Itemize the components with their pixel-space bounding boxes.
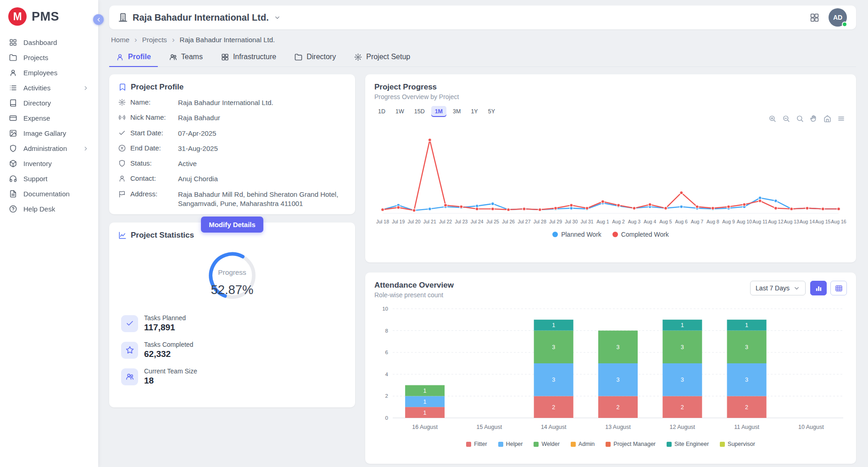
company-selector[interactable]: Raja Bahadur International Ltd. [118,12,281,23]
range-button-5y[interactable]: 5Y [484,106,499,117]
breadcrumb-separator: › [172,36,175,44]
sidebar-item-label: Administration [23,145,67,152]
attendance-bar-chart[interactable]: 024681016 August11115 August14 August233… [374,302,847,440]
flag-icon [118,190,126,198]
range-button-1d[interactable]: 1D [374,106,389,117]
zoom-selection-icon[interactable] [796,115,804,122]
pan-icon[interactable] [810,115,818,122]
sidebar-collapse-button[interactable] [93,14,104,25]
svg-text:3: 3 [745,377,748,383]
range-button-1y[interactable]: 1Y [467,106,481,117]
chevron-right-icon [83,85,89,91]
legend-label: Admin [579,441,595,447]
sidebar-item-label: Employees [23,69,57,77]
sidebar-item-projects[interactable]: Projects [0,50,98,65]
field-label: Name: [130,98,173,106]
range-button-15d[interactable]: 15D [411,106,428,117]
bar-chart-icon [815,284,823,292]
sidebar-item-inventory[interactable]: Inventory [0,156,98,171]
header-actions: AD [810,8,847,27]
modify-details-button[interactable]: Modify Details [201,217,263,233]
sidebar-item-label: Help Desk [23,205,55,213]
chevron-down-icon [793,285,800,292]
stat-tasks-planned: Tasks Planned117,891 [118,310,346,337]
svg-text:Progress: Progress [218,268,246,276]
sidebar-item-employees[interactable]: Employees [0,65,98,80]
bar-chart-legend: FitterHelperWelderAdminProject ManagerSi… [374,441,847,447]
svg-text:Jul 23: Jul 23 [455,219,467,224]
legend-item-admin[interactable]: Admin [571,441,595,447]
profile-field-name: Name:Raja Bahadur International Ltd. [118,98,346,107]
legend-item-welder[interactable]: Welder [534,441,559,447]
chart-toolbar [768,115,845,122]
gear-icon [118,99,126,106]
sidebar-item-image-gallary[interactable]: Image Gallary [0,126,98,141]
folder-icon [295,53,302,61]
range-button-1w[interactable]: 1W [392,106,408,117]
svg-text:Aug 3: Aug 3 [628,219,641,224]
apps-grid-icon [810,13,819,22]
chevron-down-icon [274,14,281,21]
svg-text:Aug 13: Aug 13 [784,219,799,224]
range-button-3m[interactable]: 3M [449,106,464,117]
sidebar-item-support[interactable]: Support [0,171,98,186]
svg-text:Aug 12: Aug 12 [768,219,783,224]
svg-text:1: 1 [552,322,555,328]
chevron-down-icon [793,285,800,292]
legend-swatch [606,442,611,447]
menu-icon[interactable] [837,115,845,122]
attendance-card-title: Attendance Overview [374,281,454,290]
tab-profile[interactable]: Profile [109,48,158,67]
sidebar-item-directory[interactable]: Directory [0,95,98,111]
sidebar-item-expense[interactable]: Expense [0,111,98,126]
profile-card-header: Project Profile [118,83,346,92]
sidebar-item-activities[interactable]: Activities [0,80,98,95]
check-icon [126,319,134,328]
date-range-value: Last 7 Days [756,284,790,292]
breadcrumb-home[interactable]: Home [111,36,129,44]
building-icon [118,13,128,22]
range-button-1m[interactable]: 1M [431,106,446,117]
view-toggle-table[interactable] [830,281,847,295]
view-toggle-bar-chart[interactable] [810,281,827,295]
legend-item-site-engineer[interactable]: Site Engineer [667,441,709,447]
breadcrumb-projects[interactable]: Projects [142,36,167,44]
zoom-in-icon[interactable] [768,115,776,122]
legend-item-supervisor[interactable]: Supervisor [720,441,755,447]
sidebar-item-dashboard[interactable]: Dashboard [0,35,98,50]
progress-gauge: Progress52.87% [193,246,271,304]
stat-current-team-size: Current Team Size18 [118,363,346,390]
progress-line-chart[interactable]: Jul 18Jul 19Jul 20Jul 21Jul 22Jul 23Jul … [374,123,847,230]
legend-item-completed-work[interactable]: Completed Work [612,231,669,238]
sidebar-item-administration[interactable]: Administration [0,141,98,156]
zoom-out-icon[interactable] [782,115,790,122]
svg-text:52.87%: 52.87% [211,283,254,297]
sidebar-item-label: Documentation [23,190,70,198]
app-logo: M PMS [0,0,98,33]
svg-text:1: 1 [745,322,748,328]
svg-text:Aug 10: Aug 10 [737,219,752,224]
attendance-card-subtitle: Role-wise present count [374,291,454,299]
tab-infrastructure[interactable]: Infrastructure [214,48,283,67]
svg-text:Jul 26: Jul 26 [502,219,515,224]
tab-directory[interactable]: Directory [288,48,343,67]
tab-project-setup[interactable]: Project Setup [347,48,417,67]
legend-item-project-manager[interactable]: Project Manager [606,441,656,447]
user-avatar[interactable]: AD [829,8,847,27]
home-icon[interactable] [823,115,831,122]
sidebar-item-documentation[interactable]: Documentation [0,186,98,201]
svg-text:Jul 19: Jul 19 [392,219,405,224]
legend-item-fitter[interactable]: Fitter [466,441,487,447]
legend-item-planned-work[interactable]: Planned Work [552,231,601,238]
date-range-select[interactable]: Last 7 Days [750,281,806,295]
apps-grid-button[interactable] [810,13,819,22]
users-icon [126,372,134,381]
tab-teams[interactable]: Teams [162,48,210,67]
sidebar-item-help-desk[interactable]: Help Desk [0,201,98,217]
svg-text:Jul 27: Jul 27 [517,219,530,224]
app-name: PMS [32,10,59,24]
legend-swatch [612,232,618,237]
svg-text:Aug 5: Aug 5 [659,219,672,224]
tab-label: Profile [128,53,151,61]
legend-item-helper[interactable]: Helper [498,441,523,447]
